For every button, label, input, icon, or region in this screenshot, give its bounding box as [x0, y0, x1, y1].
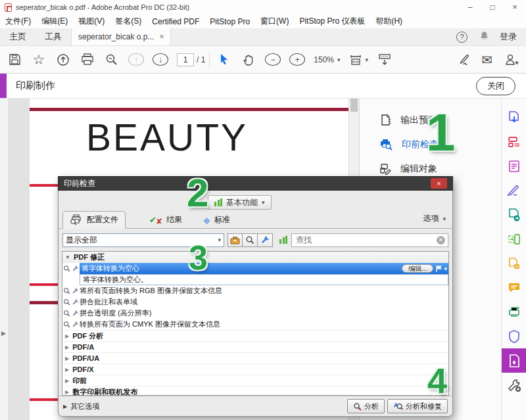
- zoom-level-select[interactable]: 150% ▾: [314, 51, 340, 68]
- menu-pitstop-pro[interactable]: PitStop Pro: [204, 14, 255, 28]
- tab-close-icon[interactable]: ×: [159, 32, 164, 41]
- expand-triangle-icon[interactable]: ▶: [65, 367, 69, 373]
- scrollbar-thumb[interactable]: [350, 99, 358, 112]
- close-panel-button[interactable]: 关闭: [476, 77, 515, 95]
- filter-row: 显示全部 ▾ ✕: [62, 233, 448, 247]
- menu-sign[interactable]: 签名(S): [110, 14, 147, 28]
- edit-pdf-icon[interactable]: [502, 154, 526, 178]
- organize-pages-icon[interactable]: [502, 227, 526, 251]
- group-pdfx[interactable]: ▶ PDF/X: [62, 363, 448, 375]
- list-item[interactable]: 拼合透明度 (高分辨率): [62, 308, 448, 319]
- options-menu[interactable]: 选项 ▾: [423, 213, 446, 224]
- fill-sign-icon[interactable]: [502, 178, 526, 202]
- group-prepress[interactable]: ▶ 印前: [62, 375, 448, 386]
- flag-menu[interactable]: ▾: [435, 265, 447, 273]
- tab-tools[interactable]: 工具: [36, 28, 71, 45]
- menu-edit[interactable]: 编辑(E): [36, 14, 73, 28]
- save-icon[interactable]: [7, 51, 22, 68]
- list-item[interactable]: 拼合批注和表单域: [62, 296, 448, 308]
- list-item[interactable]: 转换所有页面为 CMYK 图像并保留文本信息: [62, 319, 448, 330]
- previous-page-icon[interactable]: ↑: [128, 53, 144, 66]
- expand-triangle-icon[interactable]: ▶: [65, 333, 69, 339]
- search-field[interactable]: ✕: [291, 233, 448, 247]
- export-pdf-icon[interactable]: [502, 105, 526, 129]
- menu-help[interactable]: 帮助(H): [370, 14, 408, 28]
- list-item[interactable]: 将所有页面转换为 RGB 图像并保留文本信息: [62, 285, 448, 296]
- show-all-caret-icon: ▾: [218, 237, 221, 243]
- search-input[interactable]: [292, 235, 437, 245]
- options-label: 选项: [423, 213, 439, 224]
- selected-item-fill[interactable]: 将字体转换为空心 编辑... ▾: [80, 263, 448, 274]
- analyze-button[interactable]: 分析: [347, 399, 385, 413]
- fixups-view-button[interactable]: [258, 233, 273, 247]
- print-icon[interactable]: [80, 51, 95, 68]
- profiles-view-button[interactable]: [227, 233, 243, 247]
- hide-toolbar-icon[interactable]: [377, 51, 393, 68]
- clear-search-icon[interactable]: ✕: [437, 236, 445, 245]
- standards-diamond-icon: ◆: [203, 215, 210, 225]
- minimize-button[interactable]: –: [459, 0, 481, 14]
- close-window-button[interactable]: ×: [504, 0, 526, 14]
- send-link-icon[interactable]: [455, 51, 471, 68]
- share-upload-icon[interactable]: [55, 51, 71, 68]
- analyze-and-fix-button[interactable]: 分析和修复: [387, 399, 448, 413]
- select-tool-icon[interactable]: [216, 51, 232, 68]
- annotation-step-1: 1: [426, 106, 456, 159]
- comment-icon[interactable]: [502, 275, 526, 300]
- zoom-tool-icon[interactable]: [104, 51, 120, 68]
- nav-expand-icon[interactable]: ▶: [1, 330, 6, 337]
- dialog-close-button[interactable]: ×: [431, 178, 447, 189]
- fit-width-select[interactable]: ▾: [349, 51, 369, 68]
- nav-pane-collapsed[interactable]: ▶: [0, 99, 9, 420]
- group-pdf-analysis[interactable]: ▶ PDF 分析: [62, 330, 448, 341]
- group-pdfua[interactable]: ▶ PDF/UA: [62, 352, 448, 363]
- tab-home[interactable]: 主页: [0, 28, 36, 45]
- hand-tool-icon[interactable]: [241, 51, 256, 68]
- expand-triangle-icon[interactable]: ▶: [65, 356, 69, 362]
- maximize-button[interactable]: □: [481, 0, 504, 14]
- window-titlebar: seperator_bicak o.pdf - Adobe Acrobat Pr…: [0, 0, 526, 14]
- tab-document[interactable]: seperator_bicak o.p... ×: [71, 28, 171, 45]
- notification-bell-icon[interactable]: [479, 31, 489, 43]
- other-options-toggle[interactable]: ▶ 其它选项: [63, 402, 99, 411]
- star-icon[interactable]: ☆: [31, 51, 47, 68]
- edit-button[interactable]: 编辑...: [402, 264, 433, 273]
- expand-triangle-icon[interactable]: ▶: [65, 344, 69, 350]
- group-pdf-fixups[interactable]: ▼ PDF 修正: [62, 252, 448, 263]
- list-item-selected[interactable]: 将字体转换为空心 编辑... ▾: [62, 263, 448, 274]
- expand-triangle-icon[interactable]: ▶: [65, 389, 69, 395]
- prepare-form-icon[interactable]: [502, 129, 526, 154]
- next-page-icon[interactable]: ↓: [153, 53, 168, 66]
- menu-file[interactable]: 文件(F): [0, 14, 36, 28]
- combine-files-icon[interactable]: [502, 251, 526, 275]
- help-icon[interactable]: ?: [456, 32, 467, 43]
- checks-view-button[interactable]: [243, 233, 258, 247]
- essentials-mode-label: 基本功能: [226, 197, 258, 208]
- group-label: 数字印刷和联机发布: [72, 387, 137, 396]
- sign-in-button[interactable]: 登录: [500, 31, 517, 43]
- group-digital-publishing[interactable]: ▶ 数字印刷和联机发布: [62, 386, 448, 396]
- dialog-titlebar[interactable]: 印前检查 ×: [58, 176, 453, 191]
- print-production-icon[interactable]: [502, 348, 526, 373]
- menu-view[interactable]: 视图(V): [73, 14, 110, 28]
- tab-results[interactable]: ✔ ✘ 结果: [143, 211, 189, 229]
- email-icon[interactable]: ✉: [479, 51, 495, 68]
- zoom-in-icon[interactable]: +: [289, 53, 305, 66]
- group-pdfa[interactable]: ▶ PDF/A: [62, 341, 448, 352]
- protect-icon[interactable]: [502, 324, 526, 348]
- zoom-out-icon[interactable]: −: [265, 53, 281, 66]
- add-tools-icon[interactable]: [502, 373, 526, 397]
- menu-pitstop-dashboard[interactable]: PitStop Pro 仪表板: [294, 14, 370, 28]
- menu-window[interactable]: 窗口(W): [255, 14, 294, 28]
- essentials-mode-button[interactable]: 基本功能 ▾: [208, 195, 272, 210]
- send-file-icon[interactable]: [502, 202, 526, 227]
- item-icons: [62, 321, 80, 328]
- scan-ocr-icon[interactable]: [502, 300, 526, 324]
- add-user-icon[interactable]: [504, 51, 519, 68]
- page-number-input[interactable]: [177, 53, 194, 66]
- tab-profiles[interactable]: 配置文件: [62, 211, 126, 229]
- standard-mode-bars-icon[interactable]: [279, 236, 287, 244]
- menu-certified-pdf[interactable]: Certified PDF: [147, 14, 204, 28]
- collapse-triangle-icon[interactable]: ▼: [65, 254, 70, 260]
- expand-triangle-icon[interactable]: ▶: [65, 378, 69, 384]
